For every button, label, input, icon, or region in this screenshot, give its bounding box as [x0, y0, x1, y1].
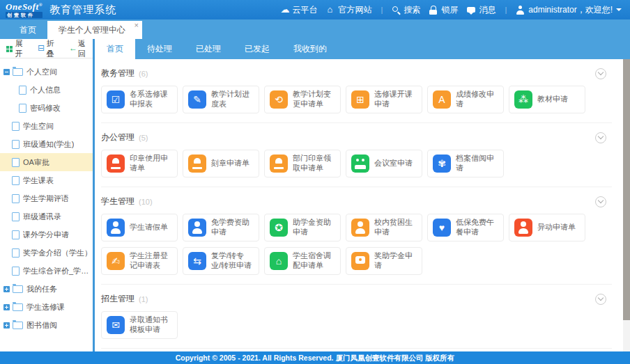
tree-item[interactable]: 班级通知(学生): [0, 135, 93, 153]
app-card[interactable]: 免学费资助申请: [183, 214, 259, 242]
app-card[interactable]: ☑各系选修课申报表: [101, 86, 178, 113]
lock-link[interactable]: 锁屏: [429, 4, 458, 16]
collapse-section-button[interactable]: [595, 68, 606, 79]
app-card[interactable]: 校内贫困生申请: [346, 214, 422, 242]
app-card-label: 印章使用申请单: [130, 154, 172, 173]
app-card[interactable]: ✉录取通知书模板申请: [101, 311, 178, 339]
tree-item[interactable]: 学生课表: [0, 171, 93, 189]
app-card[interactable]: ✾档案借阅申请: [427, 150, 504, 177]
app-card[interactable]: 异动申请单: [509, 214, 585, 242]
tree-item[interactable]: 学生学期评语: [0, 189, 93, 207]
file-icon: [12, 230, 20, 239]
tree-item[interactable]: 密码修改: [0, 99, 93, 117]
grade-edit-icon: A: [433, 90, 451, 109]
cloud-link[interactable]: 云平台: [281, 4, 318, 16]
archive-borrow-icon: ✾: [433, 155, 451, 173]
section-header: 学生管理(10): [101, 187, 612, 214]
app-card[interactable]: ✍学生注册登记申请表: [101, 247, 178, 275]
collapse-section-button[interactable]: [595, 196, 606, 207]
app-card[interactable]: ⇆复学/转专业/转班申请: [183, 247, 259, 275]
section-header: 办公管理(5): [101, 123, 612, 150]
collapse-toggle-icon[interactable]: [3, 69, 10, 75]
content-tab[interactable]: 我收到的: [282, 39, 339, 59]
poor-student-icon: [351, 219, 369, 237]
app-card[interactable]: ✪助学金资助申请: [264, 214, 341, 242]
tree-item-label: 密码修改: [30, 103, 61, 113]
expand-toggle-icon[interactable]: [3, 304, 10, 310]
section-count: (1): [139, 295, 148, 303]
app-card-label: 成绩修改申请: [456, 90, 498, 109]
content-tab[interactable]: 待处理: [135, 39, 184, 59]
cloud-label: 云平台: [293, 4, 318, 16]
home-link[interactable]: 官方网站: [327, 4, 372, 16]
tree-item[interactable]: 学生综合评价_学生自评: [0, 262, 93, 280]
sidebar-expand-button[interactable]: 展开: [6, 39, 30, 59]
app-card-label: 档案借阅申请: [456, 154, 498, 173]
tree-item[interactable]: OA审批: [0, 153, 93, 171]
collapse-section-button[interactable]: [595, 294, 606, 305]
app-card[interactable]: A成绩修改申请: [427, 86, 504, 113]
app-card[interactable]: ⁂教材申请: [509, 86, 585, 113]
tree-item[interactable]: 个人空间: [0, 63, 93, 81]
tree-item[interactable]: 我的任务: [0, 280, 93, 298]
close-icon[interactable]: ×: [135, 22, 139, 29]
tree-item[interactable]: 班级通讯录: [0, 207, 93, 225]
content-tab[interactable]: 已处理: [184, 39, 233, 59]
tree-item-label: 奖学金介绍（学生）: [23, 248, 92, 258]
message-link[interactable]: 消息: [467, 4, 495, 16]
file-icon: [12, 158, 20, 167]
expand-toggle-icon[interactable]: [3, 286, 10, 292]
tree-item[interactable]: 图书借阅: [0, 316, 93, 334]
app-card[interactable]: ♥低保免费午餐申请: [427, 214, 504, 242]
sidebar-collapse-button[interactable]: 折叠: [38, 39, 61, 59]
registered-mark: ®: [39, 1, 43, 7]
tree-item[interactable]: 学生选修课: [0, 298, 93, 316]
tree-item[interactable]: 学生空间: [0, 117, 93, 135]
tree-item[interactable]: 个人信息: [0, 81, 93, 99]
app-card[interactable]: ⌂学生宿舍调配申请单: [264, 247, 341, 275]
expand-toggle-icon[interactable]: [3, 322, 10, 329]
logo-brand: OneSoft®: [6, 2, 43, 11]
window-tab[interactable]: 首页: [8, 21, 47, 39]
app-card[interactable]: 会议室申请: [346, 150, 422, 177]
section-header: 招生管理(1): [101, 285, 612, 311]
section: 学生管理(10)学生请假单免学费资助申请✪助学金资助申请校内贫困生申请♥低保免费…: [101, 187, 612, 275]
app-card[interactable]: 印章使用申请单: [101, 150, 178, 177]
icon-glyph: ♥: [439, 223, 445, 232]
scrollbar[interactable]: [623, 59, 630, 351]
user-menu[interactable]: administrator，欢迎您!: [516, 4, 622, 16]
chat-glyph: [351, 252, 369, 270]
icon-glyph: ✍: [112, 256, 120, 266]
section-title: 招生管理: [101, 293, 135, 305]
collapse-section-button[interactable]: [595, 132, 606, 143]
window-tab-label: 学生个人管理中心: [59, 24, 125, 36]
meeting-glyph: [351, 155, 369, 173]
window-tab[interactable]: 学生个人管理中心×: [47, 21, 142, 39]
content-tab[interactable]: 首页: [95, 39, 135, 59]
file-icon: [12, 194, 20, 203]
register-form-icon: ✍: [107, 252, 125, 270]
icon-glyph: ✪: [275, 223, 283, 232]
app-card-label: 各系选修课申报表: [130, 90, 172, 109]
cloud-icon: [281, 6, 290, 15]
scrollbar-thumb[interactable]: [623, 59, 630, 320]
app-card[interactable]: ✎教学计划进度表: [183, 86, 259, 113]
tree-item[interactable]: 课外学分申请: [0, 225, 93, 244]
app-card[interactable]: 奖助学金申请: [346, 247, 422, 275]
app-card[interactable]: ⟲教学计划变更申请单: [264, 86, 341, 113]
sidebar-back-button[interactable]: 返回: [69, 39, 93, 59]
lock-icon: [429, 6, 438, 15]
content-tab[interactable]: 已发起: [233, 39, 282, 59]
onesoft-logo: OneSoft® 创壹软件: [6, 2, 43, 18]
tree-item[interactable]: 奖学金介绍（学生）: [0, 244, 93, 262]
search-link[interactable]: 搜索: [392, 4, 420, 16]
app-card[interactable]: 部门印章领取申请单: [264, 150, 341, 177]
section: 办公管理(5)印章使用申请单刻章申请单部门印章领取申请单会议室申请✾档案借阅申请: [101, 122, 612, 177]
main-content: 教务管理(6)☑各系选修课申报表✎教学计划进度表⟲教学计划变更申请单⊞选修课开课…: [95, 59, 622, 351]
collapse-icon: [38, 45, 45, 52]
divider: |: [381, 6, 383, 14]
app-card[interactable]: 刻章申请单: [183, 150, 259, 177]
file-icon: [12, 267, 20, 276]
app-card[interactable]: ⊞选修课开课申请: [346, 86, 422, 113]
app-card[interactable]: 学生请假单: [101, 214, 178, 242]
